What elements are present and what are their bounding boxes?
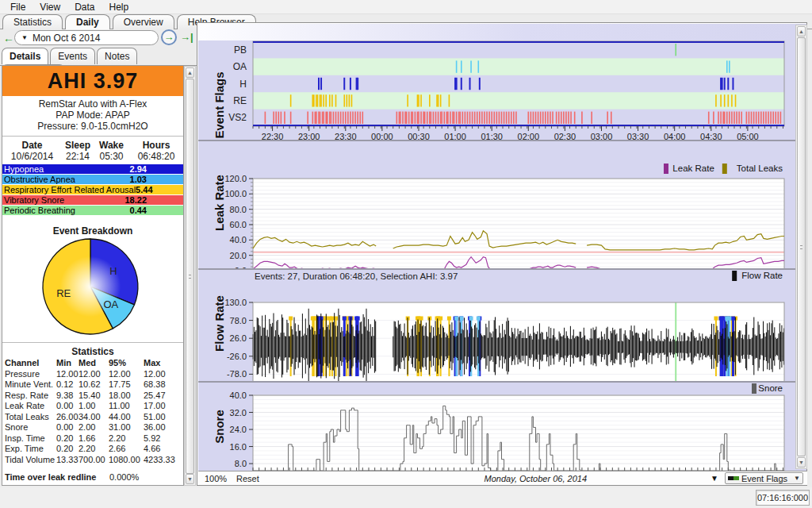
stats-cell: 17.75 <box>109 379 144 391</box>
session-table: DateSleepWakeHours10/6/201422:1405:3006:… <box>2 140 183 162</box>
chevron-down-icon: ▼ <box>794 475 800 482</box>
scroll-thumb[interactable] <box>797 37 806 456</box>
session-value: 22:14 <box>62 151 94 162</box>
stats-cell: 9.38 <box>56 391 79 402</box>
event-label: Respiratory Effort Related Arousal <box>2 185 136 194</box>
session-header-row: DateSleepWakeHours <box>2 140 183 151</box>
svg-text:OA: OA <box>233 61 247 72</box>
scroll-up-icon[interactable]: ▲ <box>186 67 194 78</box>
scroll-down-icon[interactable]: ▼ <box>797 457 806 468</box>
previous-day-arrow-icon[interactable]: ← <box>3 32 14 44</box>
stats-cell: 4233.33 <box>144 455 180 466</box>
table-row: Pressure12.0012.0012.0012.00 <box>2 369 183 380</box>
stats-cell: 0.00 <box>56 422 79 433</box>
svg-text:05:00: 05:00 <box>737 132 759 140</box>
svg-text:00:00: 00:00 <box>371 132 393 140</box>
svg-text:H: H <box>239 79 247 90</box>
stats-cell: 11.00 <box>109 401 144 412</box>
event-summary-rows: Hypopnea2.94Obstructive Apnea1.03Respira… <box>2 164 183 215</box>
panel-tab-notes[interactable]: Notes <box>97 48 137 64</box>
ahi-banner: AHI 3.97 <box>2 66 183 96</box>
chart-date-label: Monday, October 06, 2014 <box>357 474 587 483</box>
event-flags-chart[interactable]: PBOAHREVS222:3023:0023:3000:0000:3001:00… <box>197 23 794 140</box>
flow-rate-chart[interactable]: 130.078.026.0-26.0-78.0-130.0Events: 27,… <box>197 270 794 381</box>
scroll-down-icon[interactable]: ▼ <box>186 474 194 484</box>
chart-bottom-bar: 100% Reset Monday, October 06, 2014 ▼ Ev… <box>198 471 807 485</box>
svg-text:Snore: Snore <box>758 383 783 393</box>
svg-text:Events: 27, Duration 06:48:20,: Events: 27, Duration 06:48:20, Selection… <box>255 271 458 281</box>
statistics-table: ChannelMinMed95%MaxPressure12.0012.0012.… <box>2 358 183 465</box>
event-value: 5.44 <box>136 185 152 194</box>
svg-text:02:00: 02:00 <box>518 132 540 140</box>
event-label: Hypopnea <box>2 164 112 174</box>
chart-menu-arrow-icon[interactable]: ▼ <box>710 474 718 483</box>
event-label: Periodic Breathing <box>2 206 112 215</box>
status-bar: 07:16:16:000 <box>0 487 812 508</box>
reset-button[interactable]: Reset <box>236 474 259 483</box>
stats-cell: 1.66 <box>79 433 109 444</box>
svg-text:130.0: 130.0 <box>224 298 247 307</box>
svg-text:RE: RE <box>233 95 247 106</box>
stats-cell: 18.00 <box>109 391 144 402</box>
menu-item-file[interactable]: File <box>3 0 33 13</box>
stats-cell: 0.12 <box>56 379 79 391</box>
svg-text:Leak Rate: Leak Rate <box>672 164 714 173</box>
panel-tab-events[interactable]: Events <box>50 48 95 64</box>
menu-item-help[interactable]: Help <box>102 0 136 13</box>
panel-tab-bar: DetailsEventsNotesBookmarks <box>0 48 197 66</box>
stats-cell: 17.00 <box>144 401 180 412</box>
details-scrollbar[interactable]: ▲ ▼ <box>184 66 196 486</box>
leak-rate-chart[interactable]: 0.020.040.060.080.0100.0120.022:3023:002… <box>197 141 794 268</box>
stats-cell: 26.00 <box>56 412 79 423</box>
event-row: Vibratory Snore18.22 <box>2 195 183 205</box>
tab-daily[interactable]: Daily <box>65 14 110 29</box>
svg-text:-26.0: -26.0 <box>227 352 247 361</box>
scroll-up-icon[interactable]: ▲ <box>797 26 806 37</box>
svg-text:OA: OA <box>103 298 118 310</box>
svg-text:60.0: 60.0 <box>230 220 247 229</box>
date-select-combo[interactable]: ▼ Mon Oct 6 2014 <box>14 30 159 45</box>
event-row: Obstructive Apnea1.03 <box>2 175 183 184</box>
pressure-setting: Pressure: 9.0-15.0cmH2O <box>2 121 183 132</box>
stats-cell: 51.00 <box>144 412 180 423</box>
stats-cell: 2.00 <box>79 422 109 433</box>
stats-cell: 12.00 <box>79 369 109 380</box>
stats-cell: 700.00 <box>79 455 109 466</box>
next-day-button[interactable]: → <box>161 29 177 45</box>
zoom-level: 100% <box>205 474 227 483</box>
tab-overview[interactable]: Overview <box>113 14 174 29</box>
event-label: Vibratory Snore <box>2 195 112 205</box>
stats-cell: 13.33 <box>56 455 79 466</box>
stats-cell: 2.20 <box>109 433 144 444</box>
stats-cell: 1080.00 <box>109 455 144 466</box>
event-row: Periodic Breathing0.44 <box>2 206 183 215</box>
menu-item-view[interactable]: View <box>33 0 67 13</box>
stats-cell: Leak Rate <box>2 401 56 412</box>
svg-text:04:30: 04:30 <box>700 132 722 140</box>
svg-text:120.0: 120.0 <box>224 174 247 183</box>
stats-cell: 0.00 <box>56 401 79 412</box>
charts-scrollbar[interactable]: ▲ ▼ <box>795 25 807 469</box>
snore-chart[interactable]: 40.032.024.016.08.0Snore <box>197 383 794 471</box>
skip-to-latest-icon[interactable]: →| <box>180 31 193 43</box>
stats-cell: 68.38 <box>144 379 180 391</box>
stats-cell: Resp. Rate <box>2 391 56 402</box>
pinned-chart-value: Event Flags <box>741 474 794 483</box>
statistics-title: Statistics <box>2 346 183 357</box>
event-row: Respiratory Effort Related Arousal5.44 <box>2 185 183 194</box>
stats-cell: Minute Vent. <box>2 379 56 391</box>
table-row: Leak Rate0.001.0011.0017.00 <box>2 401 183 412</box>
event-value: 1.03 <box>112 175 147 184</box>
tab-statistics[interactable]: Statistics <box>2 14 63 29</box>
stats-cell: 10.62 <box>79 379 109 391</box>
event-flags-legend-icon <box>728 476 739 480</box>
session-header: Date <box>2 140 62 151</box>
chevron-down-icon: ▼ <box>21 34 28 41</box>
pinned-chart-combo[interactable]: Event Flags ▼ <box>725 472 803 484</box>
stats-header: Med <box>79 358 109 369</box>
event-breakdown-pie: HOARE <box>2 237 183 341</box>
scroll-thumb[interactable] <box>186 79 194 474</box>
svg-text:02:30: 02:30 <box>554 132 576 140</box>
menu-item-data[interactable]: Data <box>67 0 102 13</box>
panel-tab-details[interactable]: Details <box>2 48 48 64</box>
